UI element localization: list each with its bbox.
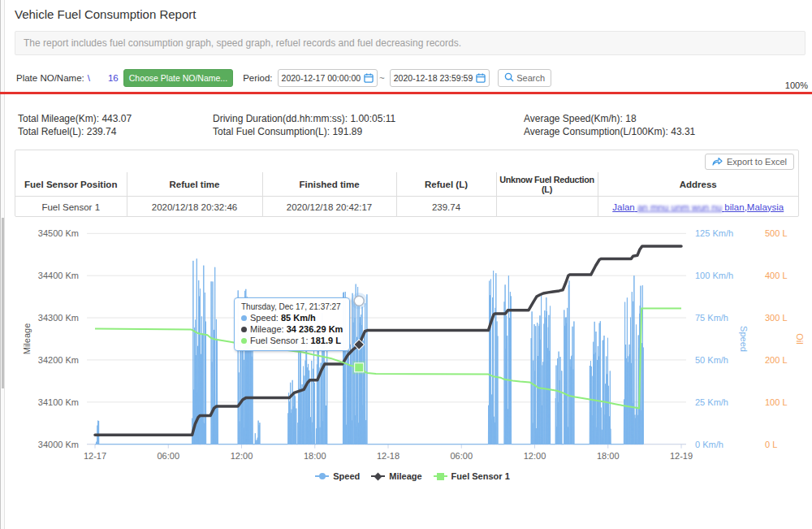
x-tick-label: 12:00 [524,451,546,461]
mileage-tick-label: 34000 Km [38,440,79,449]
progress-bar [0,92,812,94]
table-row: Fuel Sensor 1 2020/12/18 20:32:46 2020/1… [15,197,798,218]
page-title: Vehicle Fuel Consumption Report [15,7,196,21]
refuel-records-panel: Export to Excel Fuel Sensor Position Ref… [15,150,799,217]
col-address: Address [598,172,798,197]
calendar-icon[interactable] [364,73,374,83]
x-tick-label: 12:00 [231,451,253,461]
legend-item-speed[interactable]: Speed [315,471,360,481]
col-finished-time: Finished time [262,172,396,197]
fuel-hover-marker [355,363,364,372]
col-fuel-sensor-position: Fuel Sensor Position [15,172,127,197]
square-legend-icon [434,472,447,481]
period-label: Period: [243,73,272,83]
export-to-excel-button[interactable]: Export to Excel [705,154,794,170]
progress-percent: 100% [785,80,808,90]
table-header-row: Fuel Sensor Position Refuel time Finishe… [15,172,798,197]
col-refuel-l: Refuel (L) [396,172,496,197]
oil-tick-label: 200 L [765,355,788,365]
speed-axis-title: Speed [739,326,749,352]
mileage-tick-label: 34400 Km [38,271,79,280]
x-tick-label: 18:00 [597,451,620,461]
plate-label: Plate NO/Name: [16,73,84,83]
report-description-banner: The report includes fuel consumption gra… [15,31,806,55]
mileage-axis-title: Mileage [22,323,32,355]
speed-tick-label: 75 Km/h [695,313,728,323]
speed-tick-label: 100 Km/h [695,271,733,280]
period-separator: ~ [379,73,385,83]
col-refuel-time: Refuel time [127,172,262,197]
speed-tick-label: 125 Km/h [695,228,733,238]
x-tick-label: 06:00 [157,451,179,461]
x-tick-label: 12-19 [670,451,693,461]
mileage-tick-label: 34300 Km [38,313,79,323]
choose-plate-button[interactable]: Choose Plate NO/Name... [123,69,233,87]
speed-series [95,258,643,444]
search-button[interactable]: Search [498,69,551,87]
plate-value-part1: \ [88,73,90,83]
oil-tick-label: 300 L [765,313,788,323]
legend-item-fuel-sensor-1[interactable]: Fuel Sensor 1 [434,471,510,481]
oil-tick-label: 100 L [765,397,788,407]
oil-axis-title: Oil [795,333,805,344]
x-tick-label: 12-18 [377,451,400,461]
mileage-tick-label: 34200 Km [38,355,79,365]
circle-legend-icon [315,472,329,481]
period-from-input[interactable]: 2020-12-17 00:00:00 [278,69,378,87]
chart-legend: SpeedMileageFuel Sensor 1 [6,471,812,481]
calendar-icon[interactable] [476,73,486,83]
x-tick-label: 06:00 [450,451,473,461]
legend-label: Fuel Sensor 1 [451,471,510,481]
speed-tick-label: 50 Km/h [695,355,728,365]
cell-finished-time: 2020/12/18 20:42:17 [262,197,396,218]
mileage-tick-label: 34100 Km [38,397,79,407]
stat-total-refuel: Total Refuel(L): 239.74 [18,126,116,137]
mileage-tick-label: 34500 Km [38,228,79,238]
x-tick-label: 18:00 [304,451,326,461]
cell-sensor: Fuel Sensor 1 [15,197,127,218]
cell-refuel-l: 239.74 [396,197,496,218]
period-to-input[interactable]: 2020-12-18 23:59:59 [390,69,490,87]
stat-driving-duration: Driving Duration(dd.hh:mm:ss): 1.00:05:1… [213,113,395,124]
plate-value-part2: 16 [108,73,119,83]
speed-tick-label: 25 Km/h [695,397,728,407]
stat-average-speed: Average Speed(Km/h): 18 [524,113,637,124]
cell-unknown-reduction [496,197,598,218]
speed-hover-marker [354,296,364,306]
legend-label: Mileage [389,471,421,481]
stat-average-consumption: Average Consumption(L/100Km): 43.31 [524,126,695,137]
x-tick-label: 12-17 [84,451,106,461]
speed-tick-label: 0 Km/h [695,440,723,449]
filter-row: Plate NO/Name: \ 16 Choose Plate NO/Name… [16,68,551,87]
oil-tick-label: 0 L [765,440,777,449]
export-icon [712,157,723,167]
address-link[interactable]: Jalan an mnu unm wun nu bilan,Malaysia [612,202,784,212]
cell-address: Jalan an mnu unm wun nu bilan,Malaysia [598,197,798,218]
cell-refuel-time: 2020/12/18 20:32:46 [127,197,262,218]
refuel-records-table: Fuel Sensor Position Refuel time Finishe… [15,172,798,217]
stat-total-mileage: Total Mileage(Km): 443.07 [18,113,132,124]
col-unknown-fuel-reduction: Unknow Fuel Reduction (L) [496,172,598,197]
oil-tick-label: 400 L [765,271,788,280]
fuel-consumption-chart[interactable]: 12-1706:0012:0018:0012-1806:0012:0018:00… [0,219,812,471]
legend-label: Speed [333,471,360,481]
oil-tick-label: 500 L [765,228,788,238]
search-icon [504,72,514,84]
legend-item-mileage[interactable]: Mileage [371,471,421,481]
diamond-legend-icon [371,472,385,481]
stat-total-fuel-consumption: Total Fuel Consumption(L): 191.89 [213,126,362,137]
